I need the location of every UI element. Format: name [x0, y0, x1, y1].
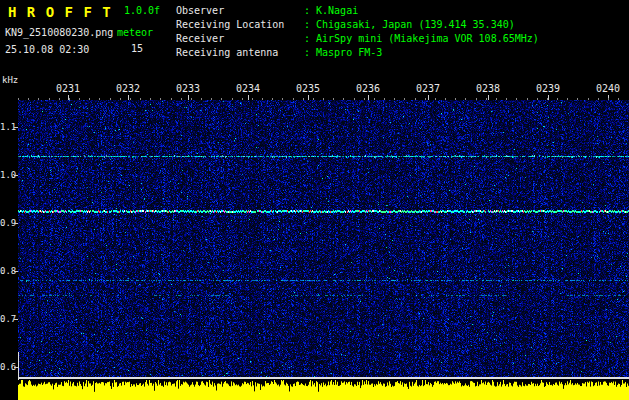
spectrogram-canvas: [18, 100, 629, 377]
y-axis-label: 0.8: [0, 265, 15, 277]
y-axis-label: 0.7: [0, 313, 15, 325]
x-axis-label: 0231: [56, 83, 80, 94]
x-axis-label: 0232: [116, 83, 140, 94]
x-axis-label: 0236: [356, 83, 380, 94]
x-axis-label: 0238: [476, 83, 500, 94]
x-axis-label: 0234: [236, 83, 260, 94]
x-axis-label: 0237: [416, 83, 440, 94]
y-axis-label: 1.1: [0, 121, 15, 133]
x-axis-label: 0239: [536, 83, 560, 94]
meter-canvas: [18, 380, 629, 400]
y-axis-label: 0.6: [0, 361, 15, 373]
hrofft-screen: H R O F F T 1.0.0f KN9_2510080230.png 25…: [0, 0, 629, 400]
y-axis-label: 0.9: [0, 217, 15, 229]
x-axis-label: 0240: [596, 83, 620, 94]
x-axis-label: 0233: [176, 83, 200, 94]
x-axis-label: 0235: [296, 83, 320, 94]
meter-baseline: [18, 377, 629, 379]
y-axis-label: 1.0: [0, 169, 15, 181]
